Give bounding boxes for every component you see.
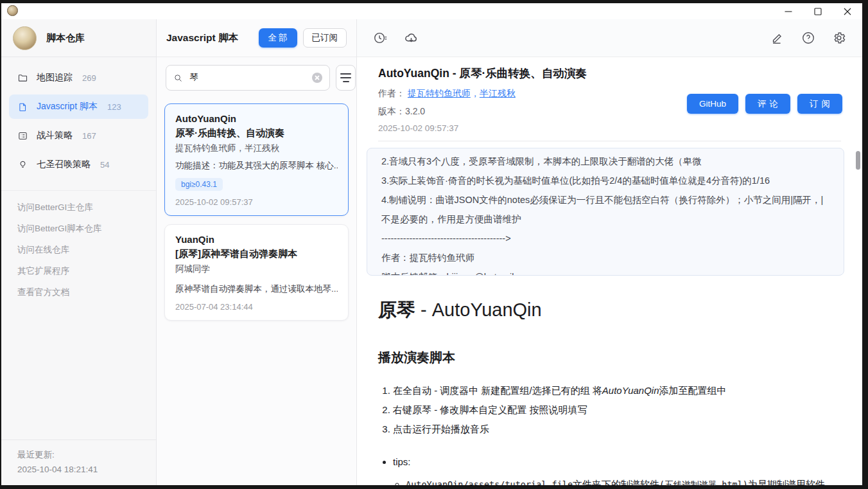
step-item: 点击运行开始播放音乐 xyxy=(393,420,841,439)
link-other-extensions[interactable]: 其它扩展程序 xyxy=(17,265,140,277)
version-label: 版本： xyxy=(378,106,405,116)
app-window: 脚本仓库 地图追踪 269 Javascript 脚本 123 战斗策略 167 xyxy=(1,3,862,485)
script-title: AutoYuanQin - 原琴·乐曲转换、自动演奏 xyxy=(378,65,841,82)
search-icon xyxy=(173,73,183,83)
item-count: 54 xyxy=(100,160,109,170)
search-row xyxy=(157,57,356,97)
card-title: YuanQin [原琴]原神琴谱自动弹奏脚本 xyxy=(175,233,338,261)
script-description-box[interactable]: 2.音域只有3个八度，受原琴音域限制，本脚本的上限取决于翻谱的大佬（卑微 3.实… xyxy=(367,148,844,276)
list-header: Javascript 脚本 全部 已订阅 xyxy=(157,19,356,57)
titlebar xyxy=(1,3,862,19)
script-cards: AutoYuanQin 原琴·乐曲转换、自动演奏 提瓦特钓鱼玳师，半江残秋 功能… xyxy=(157,97,356,335)
history-icon xyxy=(373,31,387,45)
bgi-version-badge: bgi≥0.43.1 xyxy=(175,178,223,191)
script-list-panel: Javascript 脚本 全部 已订阅 AutoYuanQin xyxy=(157,19,357,485)
sidebar-item-map-tracking[interactable]: 地图追踪 269 xyxy=(9,66,148,90)
sidebar-item-tcg-strategy[interactable]: 七圣召唤策略 54 xyxy=(9,152,148,177)
sidebar-footer: 最近更新: 2025-10-04 18:21:41 xyxy=(1,440,156,485)
close-button[interactable] xyxy=(833,3,862,19)
link-official-docs[interactable]: 查看官方文档 xyxy=(17,287,140,298)
card-description: 功能描述：功能及其强大的原琴脚本 核心... xyxy=(175,159,338,172)
readme-tips: tips: AutoYuanQin/assets/tutorial_file文件… xyxy=(378,454,841,485)
clear-search-button[interactable] xyxy=(312,73,322,83)
settings-icon xyxy=(832,31,846,45)
strategy-board-icon xyxy=(17,130,28,141)
search-input[interactable] xyxy=(188,72,307,84)
item-count: 167 xyxy=(82,131,96,141)
author-label: 作者： xyxy=(378,88,405,98)
settings-button[interactable] xyxy=(832,31,846,45)
detail-actions: GitHub 评论 订阅 xyxy=(687,94,842,114)
step-item: 在全自动 - 调度器中 新建配置组/选择已有的组 将AutoYuanQin添加至… xyxy=(393,381,841,400)
search-box xyxy=(166,65,330,91)
item-count: 123 xyxy=(107,102,121,112)
maximize-button[interactable] xyxy=(803,3,833,19)
author-link-2[interactable]: 半江残秋 xyxy=(480,88,516,98)
last-update-timestamp: 2025-10-04 18:21:41 xyxy=(17,462,140,477)
card-authors: 阿城同学 xyxy=(175,263,338,276)
link-online-repo[interactable]: 访问在线仓库 xyxy=(17,244,140,256)
comment-button[interactable]: 评论 xyxy=(745,94,790,114)
tip-subitem: AutoYuanQin/assets/tutorial_file文件夹下的制谱软… xyxy=(406,476,841,485)
script-detail-panel: AutoYuanQin - 原琴·乐曲转换、自动演奏 作者： 提瓦特钓鱼玳师，半… xyxy=(357,19,862,485)
last-update-label: 最近更新: xyxy=(17,447,140,463)
list-title: Javascript 脚本 xyxy=(166,31,253,45)
app-icon xyxy=(7,5,18,16)
divider xyxy=(378,141,841,141)
sort-icon xyxy=(340,73,351,75)
maximize-icon xyxy=(814,8,822,15)
cloud-download-icon xyxy=(404,31,419,46)
updated-date: 2025-10-02 09:57:37 xyxy=(378,123,841,133)
sidebar-nav: 地图追踪 269 Javascript 脚本 123 战斗策略 167 七圣召唤… xyxy=(1,57,156,185)
readme-h2: 播放演奏脚本 xyxy=(378,349,841,366)
card-title: AutoYuanQin 原琴·乐曲转换、自动演奏 xyxy=(175,112,338,140)
version-value: 3.2.0 xyxy=(405,106,425,116)
subscribe-button[interactable]: 订阅 xyxy=(797,94,842,114)
folder-icon xyxy=(17,73,28,84)
sidebar: 脚本仓库 地图追踪 269 Javascript 脚本 123 战斗策略 167 xyxy=(1,19,157,485)
filter-all-button[interactable]: 全部 xyxy=(259,28,297,48)
readme-steps: 在全自动 - 调度器中 新建配置组/选择已有的组 将AutoYuanQin添加至… xyxy=(378,381,841,439)
history-button[interactable] xyxy=(373,31,387,45)
detail-header: AutoYuanQin - 原琴·乐曲转换、自动演奏 作者： 提瓦特钓鱼玳师，半… xyxy=(357,57,862,141)
minimize-icon xyxy=(785,8,792,15)
readme-content: 原琴 - AutoYuanQin 播放演奏脚本 在全自动 - 调度器中 新建配置… xyxy=(357,276,862,485)
cloud-download-button[interactable] xyxy=(404,31,419,46)
sidebar-links: 访问BetterGI主仓库 访问BetterGI脚本仓库 访问在线仓库 其它扩展… xyxy=(1,190,156,308)
lightbulb-icon xyxy=(17,159,28,170)
link-bettergi-main-repo[interactable]: 访问BetterGI主仓库 xyxy=(17,202,140,213)
script-card-yuanqin[interactable]: YuanQin [原琴]原神琴谱自动弹奏脚本 阿城同学 原神琴谱自动弹奏脚本，通… xyxy=(164,224,349,321)
link-bettergi-script-repo[interactable]: 访问BetterGI脚本仓库 xyxy=(17,223,140,235)
app-title: 脚本仓库 xyxy=(46,32,85,44)
sidebar-item-javascript-scripts[interactable]: Javascript 脚本 123 xyxy=(9,94,148,119)
close-icon xyxy=(844,8,851,15)
script-card-autoyuanqin[interactable]: AutoYuanQin 原琴·乐曲转换、自动演奏 提瓦特钓鱼玳师，半江残秋 功能… xyxy=(164,103,349,216)
sort-filter-button[interactable] xyxy=(336,65,356,91)
sidebar-item-combat-strategy[interactable]: 战斗策略 167 xyxy=(9,123,148,148)
tips-item: tips: AutoYuanQin/assets/tutorial_file文件… xyxy=(393,454,841,485)
minimize-button[interactable] xyxy=(774,3,803,19)
help-button[interactable] xyxy=(801,31,815,45)
edit-icon xyxy=(770,31,785,45)
detail-toolbar xyxy=(357,19,862,57)
window-controls xyxy=(774,3,862,19)
github-button[interactable]: GitHub xyxy=(687,94,738,114)
author-link-1[interactable]: 提瓦特钓鱼玳师 xyxy=(408,88,471,98)
file-icon xyxy=(17,102,28,112)
card-description: 原神琴谱自动弹奏脚本，通过读取本地琴... xyxy=(175,283,338,296)
sidebar-header: 脚本仓库 xyxy=(1,19,156,57)
clear-icon xyxy=(315,75,320,80)
card-date: 2025-07-04 23:14:44 xyxy=(175,302,338,312)
card-authors: 提瓦特钓鱼玳师，半江残秋 xyxy=(175,142,338,155)
edit-button[interactable] xyxy=(770,31,785,45)
filter-subscribed-button[interactable]: 已订阅 xyxy=(303,28,347,48)
step-item: 右键原琴 - 修改脚本自定义配置 按照说明填写 xyxy=(393,400,841,420)
app-avatar-image xyxy=(13,26,37,50)
help-icon xyxy=(801,31,815,45)
card-date: 2025-10-02 09:57:37 xyxy=(175,197,338,207)
item-count: 269 xyxy=(82,73,96,83)
scrollbar-thumb[interactable] xyxy=(856,151,860,170)
readme-h1: 原琴 - AutoYuanQin xyxy=(378,298,841,321)
